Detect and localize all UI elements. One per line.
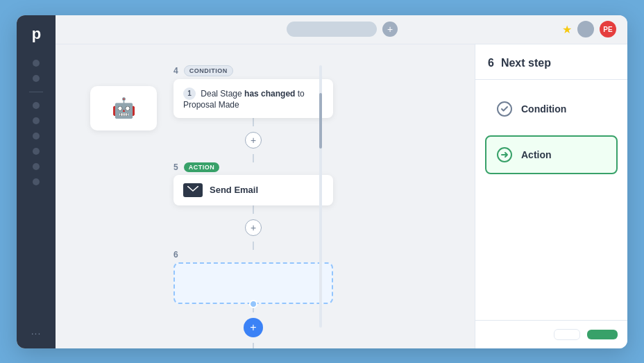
sidebar-nav-item-3[interactable] xyxy=(33,102,40,109)
send-email-row: Send Email xyxy=(183,183,323,197)
sidebar-nav-item-4[interactable] xyxy=(33,117,40,124)
step-num-indicator: 1 xyxy=(183,87,196,100)
node-number-4: 4 xyxy=(173,66,178,76)
panel-title: Next step xyxy=(501,57,551,69)
node-empty-dot xyxy=(249,300,257,308)
option-condition[interactable]: Condition xyxy=(485,90,618,128)
right-panel: 6 Next step Condition xyxy=(475,44,627,348)
plus-connector-1[interactable]: + xyxy=(245,132,262,149)
sidebar-more-menu[interactable]: ··· xyxy=(31,328,42,339)
condition-option-icon xyxy=(496,101,513,117)
sidebar: p ··· xyxy=(17,15,56,348)
v-line-4 xyxy=(253,242,254,250)
email-envelope-icon xyxy=(183,183,203,197)
scrollbar[interactable] xyxy=(319,65,322,328)
node-empty-6[interactable] xyxy=(173,262,333,304)
panel-footer xyxy=(475,320,627,348)
node-number-6: 6 xyxy=(173,250,178,260)
sidebar-nav-item-2[interactable] xyxy=(33,75,40,82)
plus-connector-2[interactable]: + xyxy=(245,219,262,236)
condition-option-label: Condition xyxy=(521,103,566,115)
action-badge: ACTION xyxy=(184,162,220,172)
v-line-2 xyxy=(253,154,254,162)
topbar: + ★ PE xyxy=(56,15,627,44)
body-area: 🤖 4 CONDITION 1 Deal Stage has cha xyxy=(56,44,627,348)
action-option-icon xyxy=(496,146,513,163)
robot-card: 🤖 xyxy=(90,86,157,130)
content-area: + ★ PE 🤖 4 xyxy=(56,15,627,348)
panel-options: Condition Action xyxy=(475,80,627,320)
node-action-5: 5 ACTION Send Email xyxy=(173,162,333,205)
topbar-avatar-gray xyxy=(577,21,594,37)
blue-plus-button[interactable]: + xyxy=(244,318,263,337)
panel-step-num: 6 xyxy=(488,57,494,69)
app-logo: p xyxy=(32,25,40,43)
node-condition-4: 4 CONDITION 1 Deal Stage has changed to … xyxy=(173,65,333,118)
star-icon[interactable]: ★ xyxy=(562,23,572,36)
main-window: p ··· + ★ PE xyxy=(17,15,627,348)
sidebar-nav-item-1[interactable] xyxy=(33,60,40,67)
node-label-row-5: 5 ACTION xyxy=(173,162,333,172)
action-option-label: Action xyxy=(521,149,552,160)
topbar-right: ★ PE xyxy=(562,21,616,37)
sidebar-nav-item-8[interactable] xyxy=(33,178,40,185)
v-line-1 xyxy=(253,118,254,126)
send-email-label: Send Email xyxy=(210,185,258,195)
flow-container: 4 CONDITION 1 Deal Stage has changed to … xyxy=(173,65,333,348)
topbar-pill xyxy=(287,22,377,37)
node-label-row-4: 4 CONDITION xyxy=(173,65,333,76)
condition-card-content: 1 Deal Stage has changed to Proposal Mad… xyxy=(183,87,323,110)
cancel-button[interactable] xyxy=(554,329,580,340)
condition-card[interactable]: 1 Deal Stage has changed to Proposal Mad… xyxy=(173,79,333,118)
canvas-area: 🤖 4 CONDITION 1 Deal Stage has cha xyxy=(56,44,475,348)
scrollbar-thumb xyxy=(319,93,322,149)
sidebar-divider xyxy=(29,92,43,92)
topbar-avatar: PE xyxy=(600,21,616,37)
option-action[interactable]: Action xyxy=(485,135,618,174)
v-line-3 xyxy=(253,205,254,214)
sidebar-nav-item-6[interactable] xyxy=(33,148,40,155)
node-number-5: 5 xyxy=(173,162,178,172)
robot-icon: 🤖 xyxy=(112,96,136,119)
confirm-button[interactable] xyxy=(587,330,618,339)
sidebar-nav-item-5[interactable] xyxy=(33,133,40,140)
action-card[interactable]: Send Email xyxy=(173,175,333,205)
condition-badge: CONDITION xyxy=(184,65,233,76)
panel-header: 6 Next step xyxy=(475,44,627,80)
topbar-center: + xyxy=(287,22,398,37)
node-empty-wrapper: 6 xyxy=(173,250,333,304)
sidebar-nav-item-7[interactable] xyxy=(33,163,40,170)
topbar-add-button[interactable]: + xyxy=(382,22,398,37)
node-label-row-6: 6 xyxy=(173,250,333,260)
v-line-6 xyxy=(253,343,254,348)
